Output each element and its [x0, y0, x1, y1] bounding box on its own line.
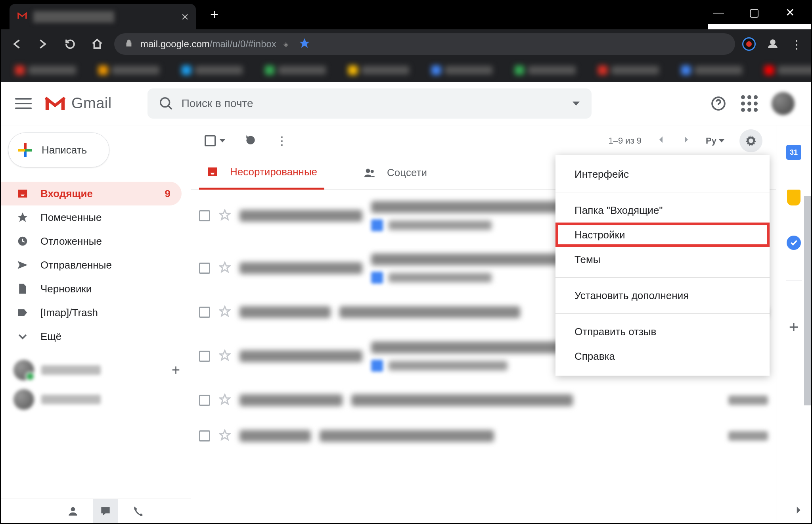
new-chat-button[interactable]: +: [172, 362, 180, 378]
compose-plus-icon: [17, 142, 33, 158]
browser-reload-button[interactable]: [60, 34, 80, 54]
star-icon[interactable]: [219, 209, 231, 223]
sidebar-item-inbox[interactable]: Входящие 9: [1, 182, 182, 205]
browser-url-field[interactable]: mail.google.com/mail/u/0/#inbox ◈: [114, 33, 735, 55]
refresh-button[interactable]: [244, 134, 257, 148]
browser-extension-button[interactable]: [742, 37, 756, 51]
star-icon[interactable]: [219, 393, 231, 407]
search-input[interactable]: [182, 97, 573, 110]
settings-menu-item-themes[interactable]: Темы: [555, 247, 770, 272]
tasks-addon-button[interactable]: [786, 235, 802, 251]
gmail-logo[interactable]: Gmail: [44, 95, 112, 112]
select-all-checkbox[interactable]: [205, 135, 225, 146]
bookmark-star-icon[interactable]: [299, 37, 310, 51]
tab-primary[interactable]: Несортированные: [199, 156, 324, 190]
browser-menu-button[interactable]: ⋮: [790, 37, 803, 51]
browser-url-text: mail.google.com/mail/u/0/#inbox: [140, 38, 276, 50]
app-name: Gmail: [71, 95, 112, 112]
settings-button[interactable]: [739, 129, 762, 152]
keep-addon-button[interactable]: [786, 190, 802, 205]
sidebar-item-drafts[interactable]: Черновики: [1, 277, 182, 301]
main-menu-button[interactable]: [15, 95, 32, 112]
sidebar-item-more[interactable]: Ещё: [1, 324, 182, 348]
sidebar-item-imap-trash[interactable]: [Imap]/Trash: [1, 301, 182, 324]
send-icon: [17, 259, 29, 271]
compose-button[interactable]: Написать: [8, 132, 109, 167]
browser-profile-button[interactable]: [763, 34, 783, 54]
email-checkbox[interactable]: [199, 395, 210, 406]
sidebar-item-sent[interactable]: Отправленные: [1, 253, 182, 277]
browser-forward-button[interactable]: [33, 34, 53, 54]
window-maximize-button[interactable]: ▢: [746, 6, 762, 19]
inbox-icon: [206, 165, 219, 178]
hide-side-panel-button[interactable]: [793, 505, 803, 517]
star-icon[interactable]: [219, 261, 231, 275]
sidebar-item-snoozed[interactable]: Отложенные: [1, 229, 182, 253]
close-tab-icon[interactable]: ×: [181, 10, 189, 24]
sidebar: Написать Входящие 9 Помеченные Отложенны: [1, 125, 191, 523]
get-addons-button[interactable]: +: [789, 318, 799, 337]
email-row[interactable]: [191, 382, 776, 418]
star-icon[interactable]: [219, 429, 231, 443]
email-checkbox[interactable]: [199, 263, 210, 274]
browser-back-button[interactable]: [6, 34, 26, 54]
hangouts-bottom-tabs: [1, 499, 191, 523]
browser-tab-strip: ████████████ × +: [1, 1, 708, 29]
calendar-addon-button[interactable]: 31: [786, 144, 802, 160]
google-apps-button[interactable]: [741, 95, 758, 112]
pager-next-button[interactable]: [681, 135, 691, 147]
hangouts-contacts-tab[interactable]: [60, 499, 86, 524]
scrollbar-thumb[interactable]: [804, 196, 811, 405]
tab-social[interactable]: Соцсети: [356, 156, 434, 190]
email-checkbox[interactable]: [199, 430, 210, 441]
pager-prev-button[interactable]: [657, 135, 666, 147]
svg-point-3: [71, 507, 75, 511]
clock-icon: [17, 235, 29, 247]
search-box[interactable]: [147, 88, 592, 119]
email-checkbox[interactable]: [199, 210, 210, 221]
browser-bookmarks-bar: »: [1, 59, 811, 82]
gmail-favicon-icon: [17, 10, 28, 23]
hangouts-chat-tab[interactable]: [93, 499, 118, 524]
settings-menu-item-addons[interactable]: Установить дополнения: [555, 283, 770, 308]
window-close-button[interactable]: ✕: [782, 6, 798, 19]
support-button[interactable]: [710, 95, 727, 112]
account-avatar[interactable]: [772, 92, 795, 115]
more-actions-button[interactable]: ⋮: [276, 135, 288, 147]
star-icon[interactable]: [219, 349, 231, 363]
label-icon: [17, 307, 29, 319]
hangouts-contact[interactable]: +: [1, 355, 191, 385]
compose-label: Написать: [42, 144, 87, 156]
window-minimize-button[interactable]: —: [710, 6, 726, 19]
email-checkbox[interactable]: [199, 351, 210, 362]
chevron-down-icon: [17, 330, 29, 342]
contact-avatar: [13, 360, 34, 380]
svg-point-0: [771, 40, 775, 44]
input-tool-button[interactable]: Py: [706, 136, 724, 146]
sidebar-item-starred[interactable]: Помеченные: [1, 205, 182, 229]
mail-toolbar: ⋮ 1–9 из 9 Py: [191, 125, 776, 156]
file-icon: [17, 283, 29, 295]
new-tab-button[interactable]: +: [196, 6, 233, 29]
svg-point-5: [371, 170, 374, 173]
extension-icon[interactable]: ◈: [283, 40, 288, 48]
email-row[interactable]: [191, 418, 776, 454]
settings-menu-item-settings[interactable]: Настройки: [555, 223, 770, 247]
hangouts-contact[interactable]: [1, 385, 191, 414]
svg-point-4: [366, 169, 370, 173]
hangouts-phone-tab[interactable]: [125, 499, 151, 524]
settings-menu-item-density[interactable]: Интерфейс: [555, 162, 770, 186]
inbox-icon: [17, 188, 29, 200]
hangouts-contacts: +: [1, 355, 191, 414]
search-options-dropdown[interactable]: [573, 102, 580, 106]
browser-tab[interactable]: ████████████ ×: [10, 4, 196, 29]
settings-menu-item-feedback[interactable]: Отправить отзыв: [555, 319, 770, 344]
email-checkbox[interactable]: [199, 307, 210, 318]
browser-address-bar: mail.google.com/mail/u/0/#inbox ◈ ⋮: [1, 29, 811, 59]
star-icon[interactable]: [219, 305, 231, 319]
settings-menu-item-help[interactable]: Справка: [555, 344, 770, 369]
pager-text: 1–9 из 9: [609, 136, 642, 146]
gmail-header: Gmail: [1, 82, 811, 125]
browser-home-button[interactable]: [87, 34, 107, 54]
settings-menu-item-inbox-config[interactable]: Папка "Входящие": [555, 198, 770, 223]
